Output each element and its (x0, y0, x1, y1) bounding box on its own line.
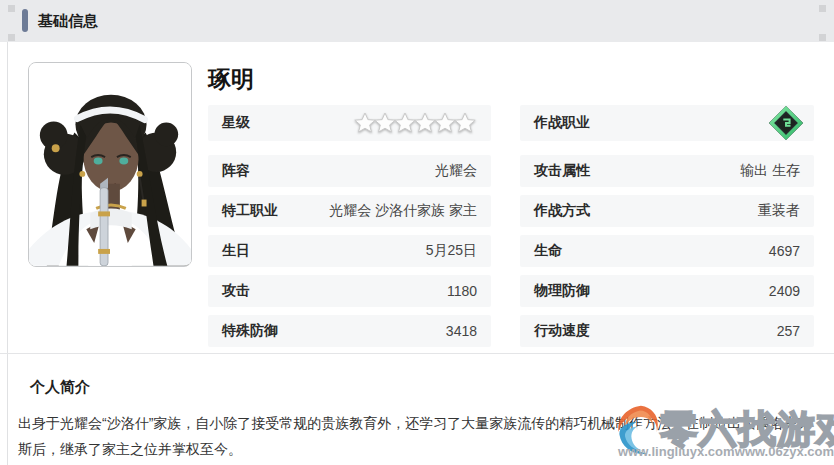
character-portrait-art (29, 63, 191, 266)
info-row-attack: 攻击 1180 (208, 275, 491, 307)
info-row-value: 257 (777, 323, 800, 339)
resize-handle (8, 5, 15, 12)
character-name: 琢明 (208, 64, 254, 95)
info-row-birthday: 生日 5月25日 (208, 235, 491, 267)
resize-handle (819, 34, 826, 41)
info-row-attack-attribute: 攻击属性 输出 生存 (520, 155, 814, 187)
info-row-special-defense: 特殊防御 3418 (208, 315, 491, 347)
info-row-agent-occupation: 特工职业 光耀会 沙洛什家族 家主 (208, 195, 491, 227)
resize-handle (8, 34, 15, 41)
info-row-label: 攻击属性 (534, 162, 590, 180)
info-row-label: 攻击 (222, 282, 250, 300)
info-row-value: 4697 (769, 243, 800, 259)
info-row-combat-style: 作战方式 重装者 (520, 195, 814, 227)
info-row-star-rating: 星级 (208, 105, 491, 141)
info-row-label: 生日 (222, 242, 250, 260)
info-row-value: 光耀会 沙洛什家族 家主 (329, 202, 477, 220)
info-table-right: 作战职业 攻击属性 输出 生存 作战方式 重装者 生命 469 (520, 105, 814, 355)
info-row-hp: 生命 4697 (520, 235, 814, 267)
info-row-value: 5月25日 (426, 242, 477, 260)
page-left-border (7, 42, 8, 465)
character-portrait (28, 62, 192, 267)
info-row-value: 重装者 (758, 202, 800, 220)
info-row-label: 特工职业 (222, 202, 278, 220)
profile-text: 出身于光耀会“沙洛什”家族，自小除了接受常规的贵族教育外，还学习了大量家族流传的… (18, 410, 818, 462)
info-row-value: 3418 (446, 323, 477, 339)
info-row-label: 物理防御 (534, 282, 590, 300)
info-row-value: 光耀会 (435, 162, 477, 180)
defender-diamond-icon (768, 105, 804, 141)
info-row-label: 作战职业 (534, 114, 590, 132)
info-row-label: 特殊防御 (222, 322, 278, 340)
info-table-left: 星级 阵容 光耀会 特工职业 光耀会 沙洛什家族 家主 生日 5月25日 攻击 (208, 105, 491, 355)
info-row-label: 生命 (534, 242, 562, 260)
info-row-combat-class: 作战职业 (520, 105, 814, 141)
info-row-value: 2409 (769, 283, 800, 299)
resize-handle (819, 5, 826, 12)
section-accent-bar (22, 9, 28, 32)
info-row-label: 作战方式 (534, 202, 590, 220)
profile-section-title: 个人简介 (30, 378, 90, 397)
info-row-faction: 阵容 光耀会 (208, 155, 491, 187)
star-icon (453, 111, 477, 135)
info-row-label: 行动速度 (534, 322, 590, 340)
section-divider (0, 353, 834, 354)
info-row-label: 阵容 (222, 162, 250, 180)
info-row-move-speed: 行动速度 257 (520, 315, 814, 347)
section-header: 基础信息 (0, 0, 834, 42)
info-row-value: 输出 生存 (740, 162, 800, 180)
section-title: 基础信息 (38, 12, 98, 31)
star-rating (357, 111, 477, 135)
info-row-label: 星级 (222, 114, 250, 132)
basic-info-panel: 基础信息 (0, 0, 834, 465)
info-row-physical-defense: 物理防御 2409 (520, 275, 814, 307)
info-row-value: 1180 (447, 283, 477, 299)
